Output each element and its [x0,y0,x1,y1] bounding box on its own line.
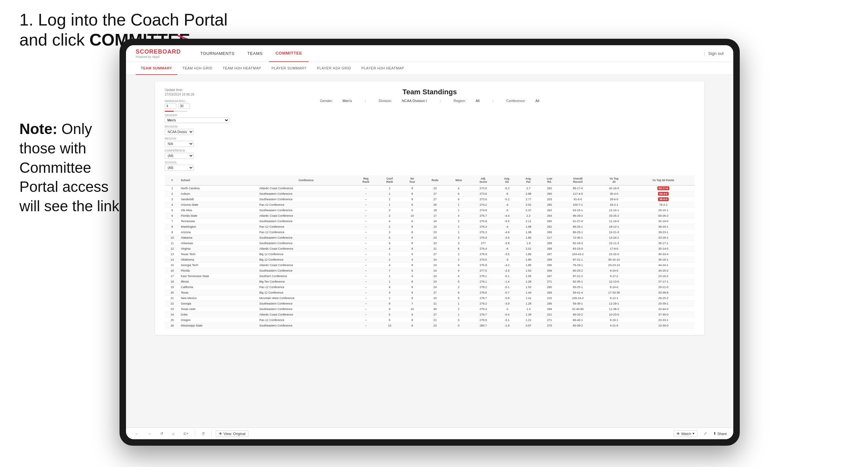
table-row[interactable]: 4Arizona StatePac-12 Conference–18261274… [165,202,694,208]
division-select[interactable]: NCAA Division I [165,129,194,135]
table-row[interactable]: 24DukeAtlantic Coast Conference–59271278… [165,312,694,317]
cell-6: 23 [423,262,447,268]
sign-out-link[interactable]: Sign out [708,51,723,56]
cell-13: 12-13-5 [596,279,632,284]
cell-3: – [354,229,378,235]
cell-1: Georgia Tech [180,262,258,268]
cell-8: 273.5 [470,185,496,191]
page: 1. Log into the Coach Portal and click C… [0,0,868,467]
cell-6: 23 [423,229,447,235]
gender-select[interactable]: Men's Women's [165,118,229,123]
cell-7: 2 [447,307,470,312]
view-original-button[interactable]: 👁 View: Original [216,431,248,437]
cell-0: 7 [165,219,180,224]
rounds-slider[interactable] [165,111,229,112]
table-row[interactable]: 17East Tennessee StateSouthern Conferenc… [165,274,694,279]
cell-11: 217 [539,235,560,241]
toolbar-back[interactable]: ← [132,431,141,437]
nav-committee[interactable]: COMMITTEE [269,45,309,62]
table-row[interactable]: 14OklahomaBig 12 Conference–24242276.5-3… [165,257,694,262]
toolbar-home[interactable]: ⌂ [169,431,177,437]
cell-2: Pac-12 Conference [258,229,354,235]
table-row[interactable]: 22GeorgiaSoutheastern Conference–8721127… [165,301,694,307]
toolbar-refresh[interactable]: ↺ [158,430,166,437]
sub-nav-team-summary[interactable]: TEAM SUMMARY [136,62,177,75]
cell-12: 100-7-1 [560,202,596,208]
table-row[interactable]: 25OregonPac-12 Conference–58210278.5-3.1… [165,317,694,323]
sub-nav-player-h2h-heatmap[interactable]: PLAYER H2H HEATMAP [356,62,409,75]
school-select[interactable]: (All) [165,165,194,171]
cell-0: 17 [165,274,180,279]
table-row[interactable]: 13Texas TechBig 12 Conference–19272276.9… [165,252,694,257]
col-no-tour: NoTour [402,175,423,185]
watch-button[interactable]: 👁 Watch ▾ [674,430,698,437]
gender-display-value: Men's [342,99,352,103]
table-row[interactable]: 2AuburnSoutheastern Conference–19276273.… [165,191,694,197]
cell-1: Virginia [180,246,258,252]
cell-12: 59-39-1 [560,301,596,307]
sub-nav-team-h2h-grid[interactable]: TEAM H2H GRID [177,62,218,75]
cell-14: 20-39-1 [632,301,694,307]
table-row[interactable]: 23Texas A&MSoutheastern Conference–91030… [165,307,694,312]
col-overall-record: OverallRecord [560,175,596,185]
cell-2: Southeastern Conference [258,197,354,202]
min-rounds-max-input[interactable] [178,103,190,109]
min-rounds-min-input[interactable] [165,103,176,109]
table-row[interactable]: 18IllinoisBig Ten Conference–18235279.1-… [165,279,694,284]
table-row[interactable]: 9ArizonaPac-12 Conference–38231276.3-4.6… [165,229,694,235]
cell-2: Atlantic Coast Conference [258,312,354,317]
sub-nav-team-h2h-heatmap[interactable]: TEAM H2H HEATMAP [217,62,266,75]
table-row[interactable]: 19CaliforniaPac-12 Conference–48242278.2… [165,284,694,290]
toolbar-forward[interactable]: → [145,431,154,437]
cell-6: 27 [423,197,447,202]
cell-10: 2.52 [518,202,539,208]
table-row[interactable]: 6Florida StateAtlantic Coast Conference–… [165,213,694,219]
cell-5: 8 [402,202,423,208]
table-row[interactable]: 12VirginiaAtlantic Coast Conference–4821… [165,246,694,252]
table-row[interactable]: 1North CarolinaAtlantic Coast Conference… [165,185,694,191]
cell-10: 2.01 [518,246,539,252]
col-school: School [180,175,258,185]
table-row[interactable]: 20TexasBig 12 Conference–39278278.6-0.71… [165,290,694,295]
update-time: Update time: 27/03/2024 16:56:26 [165,88,229,97]
table-row[interactable]: 10AlabamaSoutheastern Conference–5623327… [165,235,694,241]
cell-1: Arizona [180,229,258,235]
toolbar-clock[interactable]: ⏱ [199,431,208,437]
toolbar-expand[interactable]: ⤢ [701,430,709,437]
table-row[interactable]: 26Mississippi StateSoutheastern Conferen… [165,323,694,329]
cell-0: 10 [165,235,180,241]
table-row[interactable]: 15Georgia TechAtlantic Coast Conference–… [165,262,694,268]
nav-teams[interactable]: TEAMS [241,45,269,62]
table-row[interactable]: 3VanderbiltSoutheastern Conference–28276… [165,197,694,202]
cell-11: 262 [539,185,560,191]
table-row[interactable]: 8WashingtonPac-12 Conference–28231276.3-… [165,224,694,229]
cell-6: 24 [423,274,447,279]
table-row[interactable]: 11ArkansasSoutheastern Conference–682332… [165,241,694,246]
conference-select[interactable]: (All) [165,153,194,159]
sub-nav-player-h2h-grid[interactable]: PLAYER H2H GRID [312,62,356,75]
cell-7: 1 [447,224,470,229]
cell-2: Pac-12 Conference [258,202,354,208]
cell-8: 276.9 [470,235,496,241]
table-row[interactable]: 21New MexicoMountain West Conference–182… [165,295,694,301]
table-row[interactable]: 16FloridaSoutheastern Conference–7924427… [165,268,694,274]
cell-9: -4 [496,202,518,208]
school-filter: School (All) [165,161,229,171]
region-select[interactable]: N/A [165,141,194,147]
cell-1: Texas A&M [180,307,258,312]
sub-nav-player-summary[interactable]: PLAYER SUMMARY [266,62,312,75]
table-row[interactable]: 7TennesseeSoutheastern Conference–461822… [165,219,694,224]
cell-10: 2.2 [518,213,539,219]
table-row[interactable]: 5Ole MissSoutheastern Conference–3618127… [165,208,694,213]
cell-4: 4 [378,246,401,252]
cell-11: 209 [539,257,560,262]
cell-13: 16-21-0 [596,229,632,235]
cell-6: 27 [423,312,447,317]
toolbar-share-small[interactable]: ⊏+ [181,430,191,437]
nav-tournaments[interactable]: TOURNAMENTS [194,45,241,62]
share-button[interactable]: ⬆ Share [713,432,727,436]
cell-11: 267 [539,274,560,279]
cell-11: 203 [539,197,560,202]
watch-icon: 👁 [676,432,680,436]
col-reg-rank: RegRank [354,175,378,185]
